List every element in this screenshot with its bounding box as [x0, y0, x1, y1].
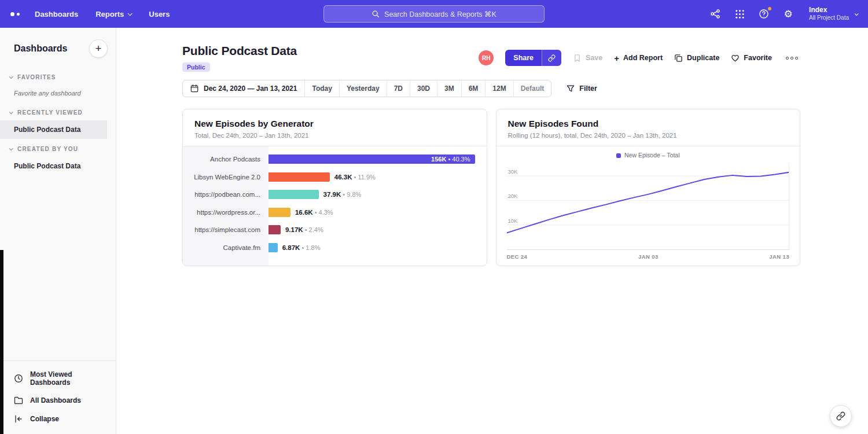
date-range-label: Dec 24, 2020 — Jan 13, 2021 [204, 84, 297, 93]
bar-row: Anchor Podcasts156K • 40.3% [183, 150, 475, 168]
preset-12m[interactable]: 12M [486, 80, 513, 97]
bar-value-label: 16.6K • 4.3% [295, 208, 333, 217]
bar-segment[interactable]: 156K • 40.3% [269, 155, 475, 164]
filter-label: Filter [579, 84, 597, 93]
project-name: Index [809, 6, 849, 14]
apps-grid-icon[interactable] [734, 8, 745, 20]
sidebar: Dashboards + FAVORITES Favorite any dash… [0, 28, 116, 434]
sidebar-item-public-podcast-data-created[interactable]: Public Podcast Data [0, 157, 116, 175]
link-icon [836, 411, 845, 421]
header-actions: RH Share Save + A [479, 50, 800, 66]
section-created-by-you[interactable]: CREATED BY YOU [0, 139, 116, 157]
nav-reports[interactable]: Reports [95, 10, 131, 19]
all-dashboards-button[interactable]: All Dashboards [0, 391, 116, 410]
bar-value-label: 46.3K • 11.9% [334, 172, 376, 182]
section-label: RECENTLY VIEWED [17, 109, 83, 116]
search-input[interactable]: Search Dashboards & Reports ⌘K [323, 5, 545, 23]
bar-segment[interactable] [269, 243, 278, 252]
primary-nav: Dashboards Reports Users [35, 10, 170, 19]
save-button[interactable]: Save [573, 54, 602, 62]
screen-edge-artifact [0, 250, 3, 434]
project-switcher[interactable]: Index All Project Data [809, 6, 858, 22]
bar-track: 46.3K • 11.9% [269, 172, 475, 182]
link-icon [548, 54, 556, 62]
chart-subtitle: Rolling (12 hours), total, Dec 24th, 202… [508, 132, 789, 139]
more-icon [786, 57, 789, 60]
settings-gear-icon[interactable]: ⚙ [782, 8, 794, 20]
avatar[interactable]: RH [479, 50, 494, 65]
page-title: Public Podcast Data [182, 44, 297, 58]
bar-value-label: 9.17K • 2.4% [285, 225, 323, 234]
legend-swatch [616, 153, 621, 158]
x-axis-tick-label: JAN 13 [769, 253, 789, 260]
more-options-button[interactable] [784, 54, 800, 62]
sidebar-item-public-podcast-data[interactable]: Public Podcast Data [0, 120, 107, 139]
section-recently-viewed[interactable]: RECENTLY VIEWED [0, 102, 116, 120]
main-content: Public Podcast Data Public RH Share [116, 28, 868, 434]
bar-category-label: https://wordpress.or... [183, 209, 269, 216]
line-series[interactable] [507, 172, 789, 233]
bar-track: 16.6K • 4.3% [269, 208, 475, 217]
date-range-picker[interactable]: Dec 24, 2020 — Jan 13, 2021 [183, 80, 305, 97]
preset-yesterday[interactable]: Yesterday [340, 80, 387, 97]
nav-reports-label: Reports [95, 10, 124, 19]
bar-segment[interactable] [269, 225, 281, 234]
bar-segment[interactable] [269, 172, 330, 182]
bar-track: 156K • 40.3% [269, 155, 475, 164]
toolbar: Dec 24, 2020 — Jan 13, 2021 Today Yester… [182, 80, 800, 97]
bar-row: Captivate.fm6.87K • 1.8% [183, 239, 475, 257]
collapse-sidebar-button[interactable]: Collapse [0, 410, 116, 428]
sidebar-footer: Most Viewed Dashboards All Dashboards Co… [0, 361, 116, 434]
duplicate-button[interactable]: Duplicate [674, 54, 719, 62]
favorite-label: Favorite [744, 54, 772, 62]
copy-link-fab[interactable] [830, 405, 852, 427]
x-axis-labels: DEC 24JAN 03JAN 13 [506, 250, 791, 266]
favorite-button[interactable]: Favorite [731, 54, 772, 62]
create-dashboard-button[interactable]: + [89, 39, 108, 58]
topnav-right-cluster: ⚙ Index All Project Data [709, 6, 858, 22]
add-report-button[interactable]: + Add Report [614, 54, 663, 62]
notification-badge [767, 6, 772, 11]
preset-today[interactable]: Today [305, 80, 339, 97]
bar-value-label: 37.9K • 9.8% [323, 190, 362, 199]
bar-category-label: https://podbean.com... [183, 191, 269, 198]
heart-icon [731, 54, 740, 62]
footer-item-label: All Dashboards [30, 396, 81, 404]
bar-category-label: Captivate.fm [183, 244, 269, 251]
share-link-button[interactable] [542, 50, 561, 66]
bar-value-label: 6.87K • 1.8% [282, 243, 321, 252]
duplicate-label: Duplicate [687, 54, 719, 62]
save-label: Save [586, 54, 602, 62]
preset-3m[interactable]: 3M [437, 80, 462, 97]
bar-value-label: 156K • 40.3% [431, 155, 470, 164]
help-icon[interactable] [758, 8, 770, 20]
chevron-down-icon [855, 12, 859, 16]
more-icon [795, 57, 798, 60]
section-favorites[interactable]: FAVORITES [0, 67, 116, 85]
legend-item[interactable]: New Episode – Total [506, 152, 791, 159]
preset-7d[interactable]: 7D [387, 80, 410, 97]
bar-segment[interactable] [269, 208, 290, 217]
bar-row: Libsyn WebEngine 2.046.3K • 11.9% [183, 168, 475, 186]
nav-dashboards[interactable]: Dashboards [35, 10, 78, 19]
preset-6m[interactable]: 6M [462, 80, 486, 97]
folder-icon [14, 396, 23, 405]
bar-track: 9.17K • 2.4% [269, 225, 475, 234]
preset-30d[interactable]: 30D [410, 80, 437, 97]
bar-category-label: Libsyn WebEngine 2.0 [183, 174, 269, 181]
bar-category-label: https://simplecast.com [183, 226, 269, 233]
share-button[interactable]: Share [505, 50, 542, 66]
preset-default[interactable]: Default [514, 80, 551, 97]
filter-button[interactable]: Filter [567, 84, 597, 93]
bar-category-label: Anchor Podcasts [183, 156, 269, 163]
search-icon [372, 10, 380, 18]
chevron-down-icon [128, 11, 133, 16]
section-label: FAVORITES [17, 74, 56, 80]
bar-track: 37.9K • 9.8% [269, 190, 475, 199]
data-connections-icon[interactable] [709, 8, 721, 20]
calendar-icon [190, 84, 198, 93]
bar-segment[interactable] [269, 190, 319, 199]
most-viewed-dashboards-button[interactable]: Most Viewed Dashboards [0, 366, 116, 391]
nav-users[interactable]: Users [149, 10, 170, 19]
top-navigation-bar: Dashboards Reports Users Search Dashboar… [0, 0, 868, 28]
